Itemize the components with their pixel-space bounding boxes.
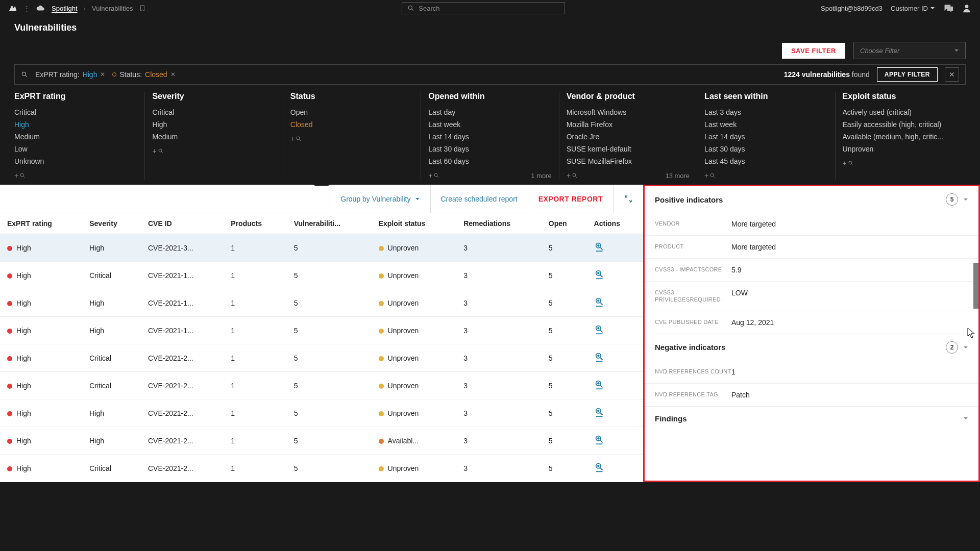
- facet-option[interactable]: Available (medium, high, critic...: [843, 131, 966, 143]
- table-row[interactable]: HighCriticalCVE-2021-2...15Unproven35: [0, 372, 643, 399]
- facet-option[interactable]: Last day: [428, 106, 551, 118]
- filter-chip-status[interactable]: Status: Closed ✕: [112, 70, 175, 79]
- view-hosts-icon[interactable]: [594, 352, 605, 363]
- facet-option[interactable]: Actively used (critical): [843, 106, 966, 118]
- breadcrumb-page: Vulnerabilities: [92, 5, 133, 12]
- chat-icon[interactable]: [943, 3, 953, 13]
- table-row[interactable]: HighCriticalCVE-2021-1...15Unproven35: [0, 262, 643, 289]
- customer-id-dropdown[interactable]: Customer ID: [891, 5, 935, 12]
- chevron-down-icon[interactable]: [963, 345, 968, 350]
- facet-option[interactable]: Oracle Jre: [567, 131, 690, 143]
- facet-add-button[interactable]: +: [14, 171, 26, 180]
- breadcrumb-root[interactable]: Spotlight: [52, 5, 78, 12]
- svg-point-1: [965, 5, 969, 8]
- facet-add-button[interactable]: +: [290, 135, 302, 143]
- detail-row: CVSS3 - PRIVILEGESREQUIREDLOW: [645, 282, 978, 311]
- svg-point-9: [849, 161, 852, 164]
- column-header[interactable]: Actions: [587, 213, 643, 234]
- facet-option[interactable]: Last 30 days: [704, 143, 827, 155]
- facet-column: Last seen withinLast 3 daysLast weekLast…: [697, 92, 835, 180]
- column-header[interactable]: Products: [224, 213, 286, 234]
- table-row[interactable]: HighHighCVE-2021-3...15Unproven35: [0, 234, 643, 262]
- facet-option[interactable]: Last 3 days: [704, 106, 827, 118]
- global-search[interactable]: Search: [402, 2, 565, 14]
- negative-indicators-header[interactable]: Negative indicators 2: [645, 334, 978, 361]
- user-icon[interactable]: [962, 3, 972, 13]
- choose-filter-dropdown[interactable]: Choose Filter: [853, 42, 966, 59]
- facet-option[interactable]: Open: [290, 106, 413, 118]
- view-hosts-icon[interactable]: [594, 241, 605, 253]
- facet-option[interactable]: Easily accessible (high, critical): [843, 118, 966, 131]
- chevron-down-icon[interactable]: [963, 416, 968, 421]
- facet-more-link[interactable]: 1 more: [531, 172, 551, 180]
- table-row[interactable]: HighHighCVE-2021-1...15Unproven35: [0, 317, 643, 344]
- facet-add-button[interactable]: +: [428, 171, 439, 180]
- detail-key: VENDOR: [655, 220, 731, 228]
- view-hosts-icon[interactable]: [594, 324, 605, 335]
- view-hosts-icon[interactable]: [594, 462, 605, 473]
- create-scheduled-report-button[interactable]: Create scheduled report: [430, 185, 528, 213]
- table-row[interactable]: HighHighCVE-2021-2...15Unproven35: [0, 399, 643, 427]
- facet-option[interactable]: Last 30 days: [428, 143, 551, 155]
- facet-option[interactable]: Critical: [152, 106, 275, 118]
- chevron-down-icon[interactable]: [963, 197, 968, 202]
- facet-option[interactable]: Low: [14, 143, 137, 155]
- facet-option[interactable]: Unproven: [843, 143, 966, 155]
- facet-add-button[interactable]: +: [567, 171, 578, 180]
- facet-option[interactable]: Critical: [14, 106, 137, 118]
- findings-header[interactable]: Findings: [645, 407, 978, 430]
- remove-chip-icon[interactable]: ✕: [100, 71, 105, 78]
- facet-option[interactable]: Last 45 days: [704, 155, 827, 167]
- facet-option[interactable]: High: [14, 118, 137, 131]
- table-row[interactable]: HighHighCVE-2021-1...15Unproven35: [0, 289, 643, 317]
- save-filter-button[interactable]: SAVE FILTER: [782, 43, 845, 59]
- collapse-facets-button[interactable]: [312, 185, 331, 186]
- facet-option[interactable]: SUSE kernel-default: [567, 143, 690, 155]
- view-hosts-icon[interactable]: [594, 407, 605, 418]
- facet-option[interactable]: Unknown: [14, 155, 137, 167]
- facet-option[interactable]: Closed: [290, 118, 413, 131]
- facet-option[interactable]: Mozilla Firefox: [567, 118, 690, 131]
- facet-add-button[interactable]: +: [843, 159, 854, 167]
- view-hosts-icon[interactable]: [594, 379, 605, 390]
- filter-chip-exprt[interactable]: ExPRT rating: High ✕: [35, 70, 105, 79]
- group-by-dropdown[interactable]: Group by Vulnerability: [330, 185, 430, 213]
- column-header[interactable]: Remediations: [456, 213, 542, 234]
- detail-value: Patch: [731, 391, 968, 399]
- facet-column: Exploit statusActively used (critical)Ea…: [836, 92, 966, 180]
- column-header[interactable]: Severity: [82, 213, 141, 234]
- table-row[interactable]: HighHighCVE-2021-2...15Availabl...35: [0, 427, 643, 455]
- facet-option[interactable]: Last week: [428, 118, 551, 131]
- column-header[interactable]: Vulnerabiliti...: [287, 213, 372, 234]
- table-row[interactable]: HighCriticalCVE-2021-2...15Unproven35: [0, 455, 643, 482]
- remove-chip-icon[interactable]: ✕: [170, 71, 176, 78]
- view-hosts-icon[interactable]: [594, 269, 605, 280]
- clear-filters-button[interactable]: ✕: [945, 67, 959, 82]
- facet-option[interactable]: Last week: [704, 118, 827, 131]
- facet-add-button[interactable]: +: [704, 171, 716, 180]
- column-header[interactable]: CVE ID: [141, 213, 224, 234]
- facet-more-link[interactable]: 13 more: [665, 172, 690, 180]
- positive-indicators-header[interactable]: Positive indicators 5: [645, 186, 978, 213]
- facet-option[interactable]: Last 14 days: [704, 131, 827, 143]
- facet-add-button[interactable]: +: [152, 147, 163, 155]
- expand-columns-button[interactable]: [613, 185, 643, 213]
- column-header[interactable]: Open: [542, 213, 587, 234]
- facet-option[interactable]: Last 60 days: [428, 155, 551, 167]
- facet-option[interactable]: Medium: [14, 131, 137, 143]
- cloud-icon[interactable]: [36, 4, 45, 13]
- facet-option[interactable]: Microsoft Windows: [567, 106, 690, 118]
- bookmark-icon[interactable]: [139, 5, 146, 12]
- view-hosts-icon[interactable]: [594, 296, 605, 308]
- view-hosts-icon[interactable]: [594, 434, 605, 445]
- scrollbar-thumb[interactable]: [973, 263, 978, 309]
- facet-option[interactable]: Last 14 days: [428, 131, 551, 143]
- apply-filter-button[interactable]: APPLY FILTER: [877, 67, 938, 82]
- table-row[interactable]: HighCriticalCVE-2021-2...15Unproven35: [0, 344, 643, 372]
- export-report-button[interactable]: EXPORT REPORT: [528, 185, 613, 213]
- facet-option[interactable]: High: [152, 118, 275, 131]
- column-header[interactable]: Exploit status: [372, 213, 457, 234]
- facet-option[interactable]: Medium: [152, 131, 275, 143]
- facet-option[interactable]: SUSE MozillaFirefox: [567, 155, 690, 167]
- column-header[interactable]: ExPRT rating: [0, 213, 82, 234]
